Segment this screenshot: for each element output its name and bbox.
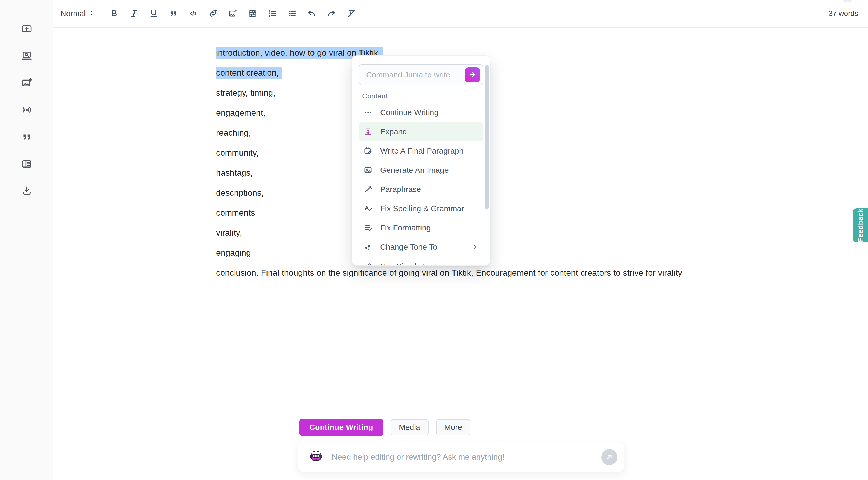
style-updown-icon <box>89 10 95 17</box>
arrow-up-right-icon <box>605 453 614 462</box>
preview-search-icon[interactable] <box>21 50 32 61</box>
menu-item-expand[interactable]: Expand <box>359 122 483 141</box>
tone-dots-icon <box>363 243 373 251</box>
insert-image-icon[interactable] <box>228 9 238 18</box>
broadcast-icon[interactable] <box>21 104 32 115</box>
ai-ask-bar <box>298 442 624 472</box>
continue-writing-button[interactable]: Continue Writing <box>300 419 383 436</box>
robot-mascot-icon <box>309 450 323 464</box>
expand-vertical-icon <box>363 127 373 136</box>
magic-wand-icon <box>363 185 373 194</box>
redo-icon[interactable] <box>327 9 336 18</box>
ask-send-button[interactable] <box>601 449 617 465</box>
feedback-button[interactable]: Feedback <box>853 208 868 242</box>
code-icon[interactable] <box>189 9 198 18</box>
pencil-icon <box>363 262 373 266</box>
image-icon <box>363 166 373 175</box>
menu-item-use-simple-language[interactable]: Use Simple Language <box>359 257 483 266</box>
menu-item-continue-writing[interactable]: Continue Writing <box>359 103 483 122</box>
menu-item-paraphrase[interactable]: Paraphrase <box>359 180 483 199</box>
calendar-pencil-icon <box>363 147 373 155</box>
more-button[interactable]: More <box>436 419 470 435</box>
arrow-right-icon <box>469 71 476 79</box>
word-count: 37 words <box>829 9 858 18</box>
sidebar <box>0 0 53 480</box>
add-image-icon[interactable] <box>21 78 32 88</box>
doc-paragraph[interactable]: conclusion. Final thoughts on the signif… <box>216 267 696 279</box>
menu-scrollbar[interactable] <box>485 65 489 209</box>
bullet-list-icon[interactable] <box>287 9 297 18</box>
menu-item-generate-image[interactable]: Generate An Image <box>359 160 483 180</box>
paragraph-style-select[interactable]: Normal <box>61 9 95 18</box>
command-submit-button[interactable] <box>465 67 480 82</box>
command-input[interactable] <box>360 65 483 85</box>
insert-video-icon[interactable] <box>248 9 257 18</box>
chevron-right-icon <box>471 243 479 251</box>
italic-icon[interactable] <box>129 9 139 18</box>
clear-formatting-icon[interactable] <box>346 9 356 18</box>
ellipsis-icon <box>363 108 373 117</box>
ordered-list-icon[interactable]: 123 <box>268 9 277 18</box>
new-block-icon[interactable] <box>21 23 32 34</box>
menu-item-write-final-paragraph[interactable]: Write A Final Paragraph <box>359 141 483 160</box>
spellcheck-icon <box>363 204 373 213</box>
underline-icon[interactable] <box>149 9 158 18</box>
bold-icon[interactable] <box>110 9 119 18</box>
insert-link-icon[interactable] <box>208 9 218 18</box>
ai-command-menu: Content Continue Writing Expand Write A … <box>352 55 490 266</box>
svg-text:3: 3 <box>269 14 270 17</box>
undo-icon[interactable] <box>307 9 316 18</box>
outline-book-icon[interactable] <box>21 158 32 169</box>
export-download-icon[interactable] <box>21 185 32 197</box>
media-button[interactable]: Media <box>391 419 429 435</box>
menu-item-fix-formatting[interactable]: Fix Formatting <box>359 218 483 237</box>
feedback-label: Feedback <box>857 209 865 242</box>
editor-actions: Continue Writing Media More <box>300 419 470 436</box>
format-check-icon <box>363 223 373 232</box>
menu-item-change-tone[interactable]: Change Tone To <box>359 237 483 257</box>
citations-icon[interactable] <box>21 131 32 142</box>
paragraph-style-label: Normal <box>61 9 86 18</box>
ask-anything-input[interactable] <box>332 452 593 462</box>
blockquote-icon[interactable] <box>169 9 178 18</box>
menu-item-fix-spelling[interactable]: Fix Spelling & Grammar <box>359 199 483 218</box>
formatting-tools: 123 <box>110 9 356 18</box>
editor-toolbar: Normal 123 37 words <box>53 0 868 28</box>
selected-text: content creation, <box>216 67 282 79</box>
menu-section-label: Content <box>362 92 483 100</box>
command-input-box <box>359 64 483 85</box>
